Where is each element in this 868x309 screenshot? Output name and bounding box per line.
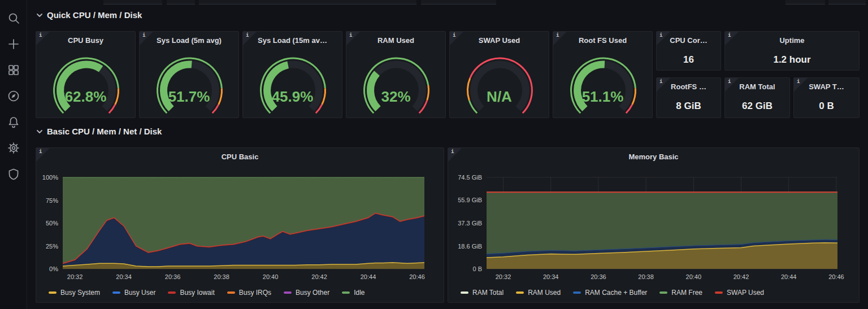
- stat-panel-cpu-cores: CPU Cor… 16: [656, 31, 721, 71]
- chevron-down-icon: [36, 12, 43, 19]
- legend-label: Busy User: [124, 289, 155, 297]
- legend-label: Idle: [354, 289, 364, 297]
- top-cropped-panel: [167, 0, 195, 5]
- legend-color-chip: [284, 291, 292, 294]
- svg-text:20:36: 20:36: [591, 273, 606, 280]
- search-icon[interactable]: [0, 7, 27, 29]
- legend-color-chip: [112, 291, 120, 294]
- svg-text:20:40: 20:40: [686, 273, 702, 280]
- alerting-bell-icon[interactable]: [0, 111, 27, 133]
- legend-item[interactable]: RAM Free: [659, 289, 702, 297]
- panel-title[interactable]: SWAP Used: [458, 36, 541, 45]
- legend-item[interactable]: Idle: [342, 289, 364, 297]
- svg-text:50%: 50%: [46, 220, 58, 227]
- svg-text:75%: 75%: [46, 197, 58, 204]
- legend-item[interactable]: Busy Iowait: [168, 289, 214, 297]
- gauge-panel-ram-used: RAM Used 32%: [346, 31, 446, 118]
- legend-color-chip: [49, 291, 57, 294]
- legend-color-chip: [659, 291, 667, 294]
- svg-text:37.3 GiB: 37.3 GiB: [458, 220, 482, 227]
- stat-value: 62 GiB: [725, 101, 789, 112]
- explore-compass-icon[interactable]: [0, 85, 27, 107]
- gauge-arc: [36, 45, 136, 119]
- gauge-arc: [346, 45, 446, 119]
- svg-text:74.5 GiB: 74.5 GiB: [458, 174, 482, 181]
- legend-color-chip: [227, 291, 235, 294]
- svg-text:20:34: 20:34: [116, 273, 132, 280]
- stat-panel-ram-total: RAM Total 62 GiB: [724, 77, 790, 118]
- svg-text:20:32: 20:32: [496, 273, 511, 280]
- svg-text:20:46: 20:46: [409, 273, 425, 280]
- gauge-arc: [450, 45, 550, 119]
- legend-label: Busy System: [60, 289, 100, 297]
- legend-label: RAM Used: [528, 289, 561, 297]
- row-header-basic[interactable]: Basic CPU / Mem / Net / Disk: [36, 127, 162, 136]
- svg-text:18.6 GiB: 18.6 GiB: [458, 243, 482, 250]
- legend-color-chip: [715, 291, 723, 294]
- stat-panel-swap-total: SWAP T… 0 B: [793, 77, 860, 118]
- chevron-down-icon: [36, 128, 43, 135]
- panel-title[interactable]: RAM Used: [354, 36, 437, 45]
- panel-title[interactable]: CPU Busy: [44, 36, 127, 45]
- legend-color-chip: [342, 291, 350, 294]
- svg-text:20:36: 20:36: [165, 273, 181, 280]
- panel-title[interactable]: Root FS Used: [561, 36, 644, 45]
- chart-panel-memory-basic: Memory Basic 0 B18.6 GiB37.3 GiB55.9 GiB…: [448, 147, 860, 303]
- legend-item[interactable]: RAM Total: [461, 289, 504, 297]
- chart-legend: Busy SystemBusy UserBusy IowaitBusy IRQs…: [49, 289, 365, 297]
- gauge-panel-sys-load-5m: Sys Load (5m avg) 51.7%: [139, 31, 239, 118]
- gauge-panel-swap-used: SWAP Used N/A: [449, 31, 549, 118]
- time-series-plot[interactable]: 0 B18.6 GiB37.3 GiB55.9 GiB74.5 GiB20:32…: [448, 148, 859, 289]
- top-cropped-panel: [785, 0, 825, 5]
- gauge-panel-sys-load-15m: Sys Load (15m av… 45.9%: [242, 31, 342, 118]
- nav-sidebar: [0, 0, 27, 309]
- chart-panel-cpu-basic: CPU Basic 0%25%50%75%100%20:3220:3420:36…: [36, 147, 444, 303]
- legend-color-chip: [516, 291, 524, 294]
- panel-title[interactable]: CPU Cor…: [665, 36, 713, 45]
- legend-item[interactable]: Busy System: [49, 289, 100, 297]
- create-plus-icon[interactable]: [0, 33, 27, 55]
- server-admin-shield-icon[interactable]: [0, 163, 27, 185]
- row-title: Quick CPU / Mem / Disk: [47, 10, 142, 20]
- panel-title[interactable]: Sys Load (5m avg): [147, 36, 231, 45]
- legend-item[interactable]: SWAP Used: [715, 289, 764, 297]
- top-cropped-panel: [103, 0, 162, 5]
- legend-item[interactable]: RAM Cache + Buffer: [573, 289, 647, 297]
- row-title: Basic CPU / Mem / Net / Disk: [47, 127, 162, 136]
- legend-label: RAM Cache + Buffer: [585, 289, 647, 297]
- panel-title[interactable]: Sys Load (15m av…: [251, 36, 334, 45]
- legend-label: Busy IRQs: [239, 289, 271, 297]
- legend-label: Busy Iowait: [180, 289, 214, 297]
- panel-title[interactable]: RootFS …: [665, 82, 713, 91]
- row-header-quick[interactable]: Quick CPU / Mem / Disk: [36, 10, 142, 20]
- legend-label: RAM Free: [671, 289, 702, 297]
- gauge-value: 32%: [346, 88, 445, 106]
- dashboards-icon[interactable]: [0, 59, 27, 81]
- top-cropped-panel: [199, 0, 416, 5]
- legend-item[interactable]: RAM Used: [516, 289, 561, 297]
- settings-gear-icon[interactable]: [0, 137, 27, 159]
- legend-item[interactable]: Busy IRQs: [227, 289, 271, 297]
- svg-text:20:44: 20:44: [361, 273, 376, 280]
- svg-text:20:46: 20:46: [828, 273, 844, 280]
- svg-text:20:40: 20:40: [263, 273, 279, 280]
- time-series-plot[interactable]: 0%25%50%75%100%20:3220:3420:3620:3820:40…: [36, 148, 444, 289]
- svg-text:20:34: 20:34: [543, 273, 559, 280]
- legend-color-chip: [573, 291, 581, 294]
- gauge-value: 62.8%: [36, 88, 135, 106]
- gauge-value: 45.9%: [243, 88, 342, 106]
- gauge-value: 51.7%: [140, 88, 238, 106]
- panel-title[interactable]: SWAP T…: [802, 82, 851, 91]
- svg-text:0 B: 0 B: [472, 266, 482, 272]
- stat-value: 8 GiB: [657, 101, 721, 112]
- legend-item[interactable]: Busy Other: [284, 289, 329, 297]
- svg-text:20:42: 20:42: [311, 273, 327, 280]
- panel-title[interactable]: RAM Total: [733, 82, 782, 91]
- legend-item[interactable]: Busy User: [112, 289, 155, 297]
- svg-text:55.9 GiB: 55.9 GiB: [458, 197, 482, 203]
- svg-text:20:38: 20:38: [214, 273, 229, 280]
- stat-value: 16: [657, 54, 721, 66]
- panel-title[interactable]: Uptime: [733, 36, 851, 45]
- svg-text:20:42: 20:42: [734, 273, 749, 280]
- stat-panel-rootfs-total: RootFS … 8 GiB: [656, 77, 721, 118]
